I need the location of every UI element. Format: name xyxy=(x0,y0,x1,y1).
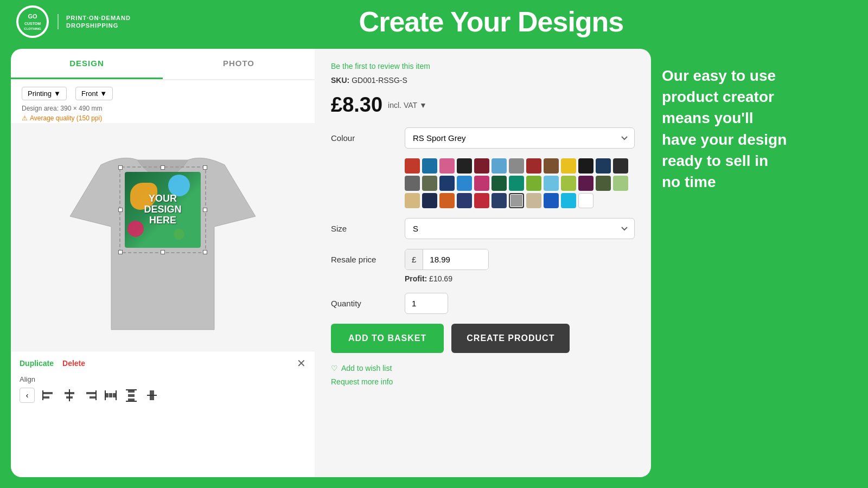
color-swatch[interactable] xyxy=(578,158,593,174)
size-select[interactable]: S M L XL XXL xyxy=(405,218,635,239)
color-swatch[interactable] xyxy=(439,176,455,191)
create-product-button[interactable]: CREATE PRODUCT xyxy=(451,324,570,353)
color-swatch[interactable] xyxy=(474,158,489,174)
color-swatch[interactable] xyxy=(422,176,437,191)
design-preview: YOURDESIGNHERE xyxy=(125,172,201,248)
align-center-h-icon[interactable] xyxy=(60,386,79,405)
colour-label: Colour xyxy=(331,133,396,143)
duplicate-button[interactable]: Duplicate xyxy=(20,359,54,368)
color-swatch[interactable] xyxy=(509,176,524,191)
action-buttons: ADD TO BASKET CREATE PRODUCT xyxy=(331,324,635,353)
colour-select[interactable]: RS Sport Grey xyxy=(405,127,635,149)
colour-row: Colour RS Sport Grey xyxy=(331,127,635,149)
color-swatch[interactable] xyxy=(544,176,559,191)
color-swatch[interactable] xyxy=(457,176,472,191)
handle-lc[interactable] xyxy=(118,208,123,212)
warning-icon: ⚠ xyxy=(22,114,28,122)
vat-label: incl. VAT ▼ xyxy=(388,101,427,110)
color-swatch[interactable] xyxy=(457,158,472,174)
color-swatch[interactable] xyxy=(474,193,489,208)
color-swatch[interactable] xyxy=(596,176,611,191)
align-distribute-v-icon[interactable] xyxy=(122,386,141,405)
color-swatch[interactable] xyxy=(613,158,628,174)
color-swatch[interactable] xyxy=(578,176,593,191)
color-swatch[interactable] xyxy=(405,176,420,191)
request-link[interactable]: Request more info xyxy=(331,377,393,386)
color-swatch[interactable] xyxy=(544,158,559,174)
handle-br[interactable] xyxy=(203,250,207,254)
page-title: Create Your Designs xyxy=(131,5,852,38)
resale-input-wrap: £ xyxy=(405,249,489,270)
color-swatch[interactable] xyxy=(422,158,437,174)
svg-rect-16 xyxy=(105,390,106,400)
color-swatch[interactable] xyxy=(474,176,489,191)
color-swatch[interactable] xyxy=(509,193,524,208)
svg-rect-11 xyxy=(90,396,96,399)
align-distribute-h-icon[interactable] xyxy=(101,386,120,405)
color-swatch[interactable] xyxy=(526,193,541,208)
vat-dropdown-icon[interactable]: ▼ xyxy=(419,101,427,110)
color-swatch[interactable] xyxy=(439,158,455,174)
logo-badge: GO CUSTOM CLOTHING xyxy=(16,5,49,38)
svg-text:GO: GO xyxy=(28,13,37,20)
add-to-basket-button[interactable]: ADD TO BASKET xyxy=(331,324,444,353)
svg-rect-6 xyxy=(42,390,43,400)
design-overlay[interactable]: YOURDESIGNHERE xyxy=(119,166,206,253)
svg-rect-5 xyxy=(43,396,49,399)
close-button[interactable]: ✕ xyxy=(297,357,306,370)
color-swatch[interactable] xyxy=(561,193,576,208)
front-dropdown[interactable]: Front ▼ xyxy=(75,87,113,100)
color-swatch[interactable] xyxy=(596,158,611,174)
svg-rect-17 xyxy=(116,390,117,400)
quality-warning: ⚠ Average quality (150 ppi) xyxy=(11,113,315,123)
color-swatch[interactable] xyxy=(561,158,576,174)
sku-row: SKU: GD001-RSSG-S xyxy=(331,76,635,85)
handle-bc[interactable] xyxy=(161,250,165,254)
handle-tl[interactable] xyxy=(118,165,123,170)
color-swatch[interactable] xyxy=(492,158,507,174)
nav-left-arrow[interactable]: ‹ xyxy=(20,388,35,403)
color-swatch[interactable] xyxy=(457,193,472,208)
color-swatch[interactable] xyxy=(439,193,455,208)
color-swatch[interactable] xyxy=(422,193,437,208)
size-label: Size xyxy=(331,224,396,233)
tshirt-preview-area: YOURDESIGNHERE xyxy=(11,123,315,351)
blob-pink xyxy=(127,221,144,237)
handle-rc[interactable] xyxy=(203,208,207,212)
color-swatch[interactable] xyxy=(526,158,541,174)
color-swatch[interactable] xyxy=(492,176,507,191)
review-link[interactable]: Be the first to review this item xyxy=(331,62,635,70)
tab-design[interactable]: DESIGN xyxy=(11,49,163,79)
svg-rect-22 xyxy=(126,401,137,402)
resale-input[interactable] xyxy=(423,249,488,269)
color-swatch[interactable] xyxy=(578,193,593,208)
align-center-v-icon[interactable] xyxy=(142,386,162,405)
handle-tr[interactable] xyxy=(203,165,207,170)
color-swatch[interactable] xyxy=(509,158,524,174)
color-swatch[interactable] xyxy=(526,176,541,191)
design-panel: DESIGN PHOTO Printing ▼ Front ▼ Design a… xyxy=(11,49,315,477)
color-swatch[interactable] xyxy=(544,193,559,208)
align-left-icon[interactable] xyxy=(39,386,59,405)
align-section: Align ‹ xyxy=(20,373,306,407)
design-area-info: Design area: 390 × 490 mm xyxy=(11,104,315,113)
color-swatch[interactable] xyxy=(613,176,628,191)
dup-del-buttons: Duplicate Delete xyxy=(20,359,85,368)
handle-bl[interactable] xyxy=(118,250,123,254)
align-right-icon[interactable] xyxy=(80,386,100,405)
size-row: Size S M L XL XXL xyxy=(331,218,635,239)
handle-tc[interactable] xyxy=(161,165,165,170)
resale-label: Resale price xyxy=(331,255,396,264)
dup-del-row: Duplicate Delete ✕ xyxy=(20,357,306,370)
color-swatch[interactable] xyxy=(561,176,576,191)
delete-button[interactable]: Delete xyxy=(62,359,85,368)
tab-photo[interactable]: PHOTO xyxy=(163,49,315,79)
printing-dropdown[interactable]: Printing ▼ xyxy=(22,87,67,100)
color-swatch[interactable] xyxy=(492,193,507,208)
color-swatch[interactable] xyxy=(405,193,420,208)
color-swatch[interactable] xyxy=(405,158,420,174)
wish-row[interactable]: ♡ Add to wish list xyxy=(331,364,635,373)
svg-text:CUSTOM: CUSTOM xyxy=(24,22,41,25)
quantity-input[interactable] xyxy=(405,293,448,314)
logo-area: GO CUSTOM CLOTHING PRINT·ON·DEMAND DROPS… xyxy=(16,5,131,38)
